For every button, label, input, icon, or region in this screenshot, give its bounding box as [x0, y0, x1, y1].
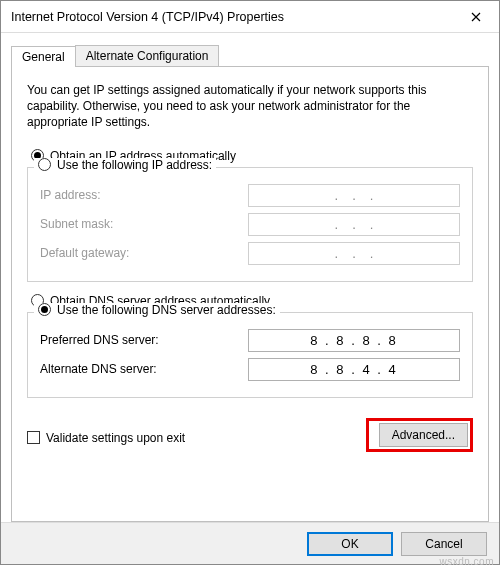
subnet-mask-label: Subnet mask: [40, 217, 248, 231]
group-dns-manual: Use the following DNS server addresses: … [27, 312, 473, 398]
dialog-body: General Alternate Configuration You can … [1, 33, 499, 522]
ip-address-input: ... [248, 184, 460, 207]
tab-general[interactable]: General [11, 46, 76, 67]
ok-button[interactable]: OK [307, 532, 393, 556]
cancel-button[interactable]: Cancel [401, 532, 487, 556]
default-gateway-input: ... [248, 242, 460, 265]
dialog-window: Internet Protocol Version 4 (TCP/IPv4) P… [0, 0, 500, 565]
window-title: Internet Protocol Version 4 (TCP/IPv4) P… [11, 10, 453, 24]
validate-checkbox[interactable] [27, 431, 40, 444]
radio-label: Use the following DNS server addresses: [57, 303, 276, 317]
ip-address-label: IP address: [40, 188, 248, 202]
default-gateway-label: Default gateway: [40, 246, 248, 260]
radio-label: Use the following IP address: [57, 158, 212, 172]
advanced-button[interactable]: Advanced... [379, 423, 468, 447]
intro-text: You can get IP settings assigned automat… [27, 82, 473, 131]
radio-icon [38, 303, 51, 316]
advanced-highlight: Advanced... [366, 418, 473, 452]
preferred-dns-label: Preferred DNS server: [40, 333, 248, 347]
radio-ip-manual[interactable]: Use the following IP address: [34, 158, 216, 172]
alternate-dns-input[interactable]: 8 . 8 . 4 . 4 [248, 358, 460, 381]
alternate-dns-label: Alternate DNS server: [40, 362, 248, 376]
tab-alternate-configuration[interactable]: Alternate Configuration [75, 45, 220, 67]
titlebar: Internet Protocol Version 4 (TCP/IPv4) P… [1, 1, 499, 33]
close-icon [471, 12, 481, 22]
preferred-dns-value: 8 . 8 . 8 . 8 [310, 333, 397, 348]
radio-icon [38, 158, 51, 171]
group-ip-manual: Use the following IP address: IP address… [27, 167, 473, 282]
close-button[interactable] [453, 1, 499, 33]
alternate-dns-value: 8 . 8 . 4 . 4 [310, 362, 397, 377]
preferred-dns-input[interactable]: 8 . 8 . 8 . 8 [248, 329, 460, 352]
dialog-footer: OK Cancel [1, 522, 499, 564]
tab-strip: General Alternate Configuration [11, 43, 489, 67]
tab-panel-general: You can get IP settings assigned automat… [11, 67, 489, 522]
radio-dns-manual[interactable]: Use the following DNS server addresses: [34, 303, 280, 317]
watermark: wsxdn.com [439, 556, 494, 567]
validate-label: Validate settings upon exit [46, 431, 185, 445]
subnet-mask-input: ... [248, 213, 460, 236]
